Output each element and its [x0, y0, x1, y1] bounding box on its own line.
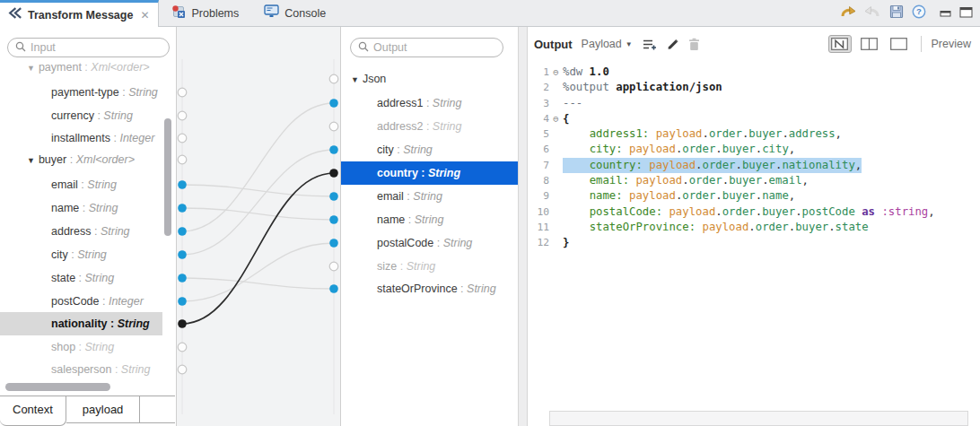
chevron-down-icon: ▼	[626, 40, 633, 48]
tree-item-postCode[interactable]: postCode : Integer	[0, 290, 162, 313]
input-port[interactable]	[178, 274, 187, 283]
tab-label: Problems	[191, 7, 239, 20]
svg-text:?: ?	[916, 6, 922, 16]
code-line-3[interactable]: 3---	[528, 96, 980, 111]
input-port[interactable]	[178, 319, 187, 328]
mapping-link[interactable]	[182, 243, 334, 301]
input-search[interactable]	[7, 38, 170, 57]
mapping-link[interactable]	[182, 185, 334, 196]
panel-splitter[interactable]	[518, 27, 528, 426]
view-mode-single-button[interactable]	[888, 35, 911, 53]
payload-dropdown[interactable]: Payload▼	[582, 38, 633, 50]
edit-pencil-icon[interactable]	[666, 38, 679, 51]
code-line-6[interactable]: 6 city: payload.order.buyer.city,	[528, 142, 980, 157]
preview-toggle[interactable]: Preview	[932, 38, 971, 50]
dataweave-icon	[7, 6, 22, 23]
output-port[interactable]	[329, 145, 338, 154]
tree-item-city[interactable]: city : String	[0, 243, 162, 266]
tab-transform-message[interactable]: Transform Message ✕	[0, 0, 159, 27]
dataweave-code-editor[interactable]: 1⊖%dw 1.02%output application/json3---4⊖…	[528, 61, 980, 411]
tree-item-email[interactable]: email : String	[0, 173, 162, 196]
mapping-link[interactable]	[182, 103, 334, 231]
minimize-icon[interactable]	[940, 5, 951, 22]
input-port[interactable]	[178, 180, 187, 189]
output-port[interactable]	[329, 169, 338, 178]
tree-item-buyer[interactable]: ▼buyer : Xml<order>	[0, 148, 162, 171]
code-line-1[interactable]: 1⊖%dw 1.0	[528, 65, 980, 80]
input-port[interactable]	[178, 227, 187, 236]
output-port[interactable]	[329, 239, 338, 248]
mapping-link[interactable]	[182, 150, 334, 255]
input-port[interactable]	[178, 297, 187, 306]
mapping-link[interactable]	[182, 278, 334, 289]
tree-item-stateOrProvince[interactable]: stateOrProvince : String	[341, 277, 518, 300]
tree-item-country[interactable]: country : String	[341, 161, 518, 185]
mapping-link[interactable]	[182, 208, 334, 220]
output-port[interactable]	[329, 284, 338, 293]
problems-icon	[171, 4, 186, 22]
view-mode-columns-button[interactable]	[858, 35, 881, 53]
tree-item-shop[interactable]: shop : String	[0, 335, 162, 359]
code-line-5[interactable]: 5 address1: payload.order.buyer.address,	[528, 126, 980, 142]
tree-item-payment[interactable]: ▼payment : Xml<order>	[0, 59, 162, 79]
output-port[interactable]	[329, 122, 338, 131]
code-line-7[interactable]: 7 country: payload.order.buyer.nationali…	[528, 158, 980, 173]
code-line-9[interactable]: 9 name: payload.order.buyer.name,	[528, 188, 980, 204]
input-port[interactable]	[178, 88, 187, 97]
code-line-11[interactable]: 11 stateOrProvince: payload.order.buyer.…	[528, 220, 980, 235]
input-port[interactable]	[178, 343, 187, 352]
help-icon[interactable]: ?	[912, 4, 926, 22]
tree-item-payment-type[interactable]: payment-type : String	[0, 81, 162, 104]
tree-item-city[interactable]: city : String	[341, 138, 518, 161]
input-port[interactable]	[178, 250, 187, 259]
close-icon[interactable]: ✕	[140, 9, 149, 22]
tree-item-address1[interactable]: address1 : String	[341, 91, 518, 115]
save-icon[interactable]	[889, 4, 904, 22]
input-port[interactable]	[178, 204, 187, 213]
tree-item-address[interactable]: address : String	[0, 220, 162, 243]
code-line-10[interactable]: 10 postalCode: payload.order.buyer.postC…	[528, 204, 980, 220]
add-transformation-icon[interactable]	[642, 38, 657, 51]
input-tree-vertical-scrollbar[interactable]	[164, 118, 171, 236]
tree-item-currency[interactable]: currency : String	[0, 104, 162, 127]
code-line-4[interactable]: 4⊖{	[528, 111, 980, 126]
tab-context[interactable]: Context	[0, 396, 66, 426]
tree-item-state[interactable]: state : String	[0, 266, 162, 290]
tree-item-name[interactable]: name : String	[0, 196, 162, 220]
output-port[interactable]	[329, 262, 338, 271]
tree-item-installments[interactable]: installments : Integer	[0, 126, 162, 150]
scrollbar-track[interactable]	[549, 411, 968, 426]
code-line-2[interactable]: 2%output application/json	[528, 80, 980, 95]
input-port[interactable]	[178, 155, 187, 164]
tab-payload[interactable]: payload	[66, 396, 141, 423]
input-search-field[interactable]	[31, 41, 175, 54]
output-header-label: Output	[534, 38, 573, 51]
redo-icon[interactable]	[864, 4, 881, 22]
input-port[interactable]	[178, 365, 187, 374]
code-line-12[interactable]: 12}	[528, 235, 980, 250]
tree-item-size[interactable]: size : String	[341, 255, 518, 278]
tab-problems[interactable]: Problems	[162, 0, 248, 26]
code-line-8[interactable]: 8 email: payload.order.buyer.email,	[528, 173, 980, 188]
output-port[interactable]	[329, 192, 338, 201]
undo-icon[interactable]	[839, 4, 856, 22]
output-port[interactable]	[329, 99, 338, 108]
tree-item-nationality[interactable]: nationality : String	[0, 312, 162, 335]
input-port[interactable]	[178, 134, 187, 143]
input-bottom-tabs: Context payload	[0, 396, 175, 426]
input-tree-horizontal-scrollbar[interactable]	[5, 383, 110, 391]
tree-item-postalCode[interactable]: postalCode : String	[341, 231, 518, 255]
tree-item-salesperson[interactable]: salesperson : String	[0, 358, 162, 381]
output-port[interactable]	[329, 215, 338, 224]
tab-console[interactable]: Console	[255, 0, 335, 26]
output-port[interactable]	[329, 74, 338, 83]
tree-item-Json[interactable]: ▼Json	[341, 67, 518, 91]
view-mode-code-tree-button[interactable]	[828, 35, 852, 53]
tree-item-email[interactable]: email : String	[341, 185, 518, 208]
mapping-connections	[177, 27, 339, 426]
tree-item-name[interactable]: name : String	[341, 208, 518, 231]
delete-trash-icon[interactable]	[688, 38, 700, 51]
tree-item-address2[interactable]: address2 : String	[341, 115, 518, 138]
input-port[interactable]	[178, 111, 187, 120]
maximize-icon[interactable]	[959, 5, 973, 22]
